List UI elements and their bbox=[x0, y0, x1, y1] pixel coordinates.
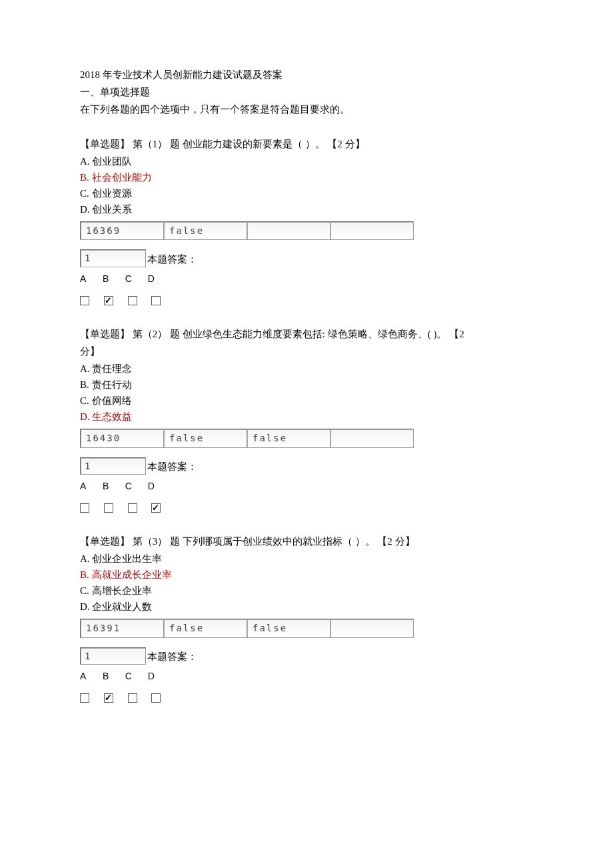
question-3-checkbox-b[interactable] bbox=[104, 693, 113, 703]
question-1-prompt: 【单选题】 第（1） 题 创业能力建设的新要素是（ ）。 【2 分】 bbox=[80, 136, 533, 152]
question-2-prompt-line2: 分】 bbox=[80, 343, 533, 359]
choice-a-label: A bbox=[80, 479, 100, 493]
question-3-prompt: 【单选题】 第（3） 题 下列哪项属于创业绩效中的就业指标（ ）。 【2 分】 bbox=[80, 533, 533, 549]
question-3-checkbox-a[interactable] bbox=[80, 693, 89, 703]
q3-cell-2: false bbox=[247, 619, 330, 637]
answer-label: 本题答案： bbox=[147, 459, 197, 475]
choice-b-label: B bbox=[103, 479, 123, 493]
question-3-checkbox-row bbox=[80, 689, 533, 705]
choice-d-label: D bbox=[148, 479, 168, 493]
choice-d-label: D bbox=[148, 669, 168, 683]
q3-cell-0: 16391 bbox=[81, 619, 164, 637]
question-1-option-d: D. 创业关系 bbox=[80, 201, 533, 217]
question-2-prompt-line1: 【单选题】 第（2） 题 创业绿色生态能力维度要素包括: 绿色策略、绿色商务、(… bbox=[80, 326, 533, 342]
answer-label: 本题答案： bbox=[147, 649, 197, 665]
q1-cell-2 bbox=[247, 222, 330, 240]
choice-c-label: C bbox=[125, 669, 145, 683]
question-1-option-c: C. 创业资源 bbox=[80, 185, 533, 201]
instruction-text: 在下列各题的四个选项中，只有一个答案是符合题目要求的。 bbox=[80, 101, 533, 117]
question-2: 【单选题】 第（2） 题 创业绿色生态能力维度要素包括: 绿色策略、绿色商务、(… bbox=[80, 326, 533, 515]
question-1: 【单选题】 第（1） 题 创业能力建设的新要素是（ ）。 【2 分】 A. 创业… bbox=[80, 136, 533, 307]
question-2-choice-header: A B C D bbox=[80, 479, 533, 493]
question-3-option-b: B. 高就业成长企业率 bbox=[80, 567, 533, 583]
question-1-checkbox-d[interactable] bbox=[151, 296, 161, 305]
question-1-option-a: A. 创业团队 bbox=[80, 153, 533, 169]
question-1-data-table: 16369 false bbox=[80, 221, 414, 240]
q3-cell-1: false bbox=[164, 619, 247, 637]
choice-a-label: A bbox=[80, 271, 100, 286]
question-2-seq-input[interactable]: 1 bbox=[80, 457, 146, 475]
choice-b-label: B bbox=[103, 271, 123, 286]
table-row: 16391 false false bbox=[81, 619, 414, 637]
question-1-option-b: B. 社会创业能力 bbox=[80, 169, 533, 185]
question-2-option-d: D. 生态效益 bbox=[80, 409, 533, 425]
q2-cell-2: false bbox=[247, 429, 330, 447]
page-title: 2018 年专业技术人员创新能力建设试题及答案 bbox=[80, 67, 533, 83]
question-2-checkbox-b[interactable] bbox=[104, 503, 113, 513]
q2-cell-1: false bbox=[164, 429, 247, 447]
choice-b-label: B bbox=[103, 669, 123, 683]
question-3-checkbox-d[interactable] bbox=[151, 693, 161, 703]
question-3-option-c: C. 高增长企业率 bbox=[80, 583, 533, 599]
question-2-option-b: B. 责任行动 bbox=[80, 377, 533, 393]
choice-c-label: C bbox=[125, 271, 145, 286]
question-2-option-c: C. 价值网络 bbox=[80, 393, 533, 409]
choice-c-label: C bbox=[125, 479, 145, 493]
table-row: 16430 false false bbox=[81, 429, 414, 447]
question-2-checkbox-a[interactable] bbox=[80, 503, 89, 513]
q2-cell-0: 16430 bbox=[81, 429, 164, 447]
question-1-checkbox-row bbox=[80, 291, 533, 307]
question-2-data-table: 16430 false false bbox=[80, 429, 414, 447]
choice-d-label: D bbox=[148, 271, 168, 286]
question-3-seq-input[interactable]: 1 bbox=[80, 647, 146, 665]
question-3-checkbox-c[interactable] bbox=[128, 693, 137, 703]
question-3: 【单选题】 第（3） 题 下列哪项属于创业绩效中的就业指标（ ）。 【2 分】 … bbox=[80, 533, 533, 705]
question-1-checkbox-c[interactable] bbox=[128, 296, 137, 305]
q3-cell-3 bbox=[330, 619, 414, 637]
question-3-option-d: D. 企业就业人数 bbox=[80, 599, 533, 615]
question-2-checkbox-d[interactable] bbox=[151, 503, 161, 513]
choice-a-label: A bbox=[80, 669, 100, 683]
q1-cell-0: 16369 bbox=[81, 222, 164, 240]
answer-label: 本题答案： bbox=[147, 251, 197, 267]
question-2-option-a: A. 责任理念 bbox=[80, 361, 533, 377]
question-1-seq-input[interactable]: 1 bbox=[80, 249, 146, 267]
section-heading: 一、单项选择题 bbox=[80, 84, 533, 100]
question-2-checkbox-row bbox=[80, 499, 533, 515]
question-1-choice-header: A B C D bbox=[80, 271, 533, 286]
question-1-checkbox-a[interactable] bbox=[80, 296, 89, 305]
question-2-checkbox-c[interactable] bbox=[128, 503, 137, 513]
table-row: 16369 false bbox=[81, 222, 414, 240]
q1-cell-3 bbox=[330, 222, 414, 240]
q1-cell-1: false bbox=[164, 222, 247, 240]
question-1-checkbox-b[interactable] bbox=[104, 296, 113, 305]
question-3-choice-header: A B C D bbox=[80, 669, 533, 683]
q2-cell-3 bbox=[330, 429, 414, 447]
question-3-data-table: 16391 false false bbox=[80, 619, 414, 637]
question-3-option-a: A. 创业企业出生率 bbox=[80, 551, 533, 567]
